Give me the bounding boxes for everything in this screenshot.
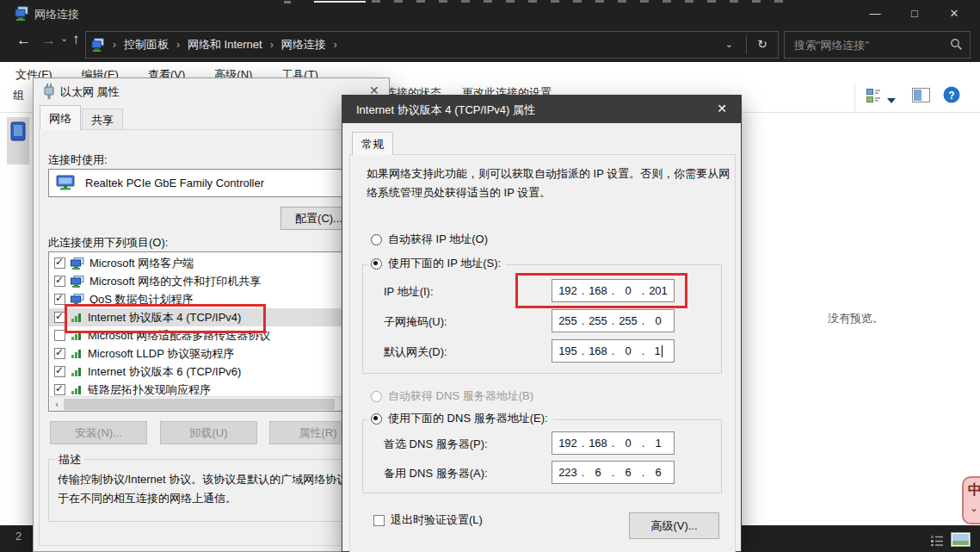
checkbox[interactable] — [54, 276, 65, 287]
alternate-dns-input[interactable]: 223. 6. 6. 6 — [552, 461, 675, 484]
search-icon[interactable] — [950, 38, 963, 54]
breadcrumb-network-connections[interactable]: 网络连接 — [281, 37, 326, 53]
nav-history-dropdown-icon[interactable]: ⌄ — [60, 33, 68, 44]
checkbox[interactable] — [54, 294, 65, 305]
ip-octet[interactable]: 255 — [555, 314, 581, 327]
ip-octet[interactable]: 168 — [585, 437, 611, 450]
close-icon[interactable]: ✕ — [717, 102, 727, 115]
list-item[interactable]: Microsoft LLDP 协议驱动程序 — [49, 344, 379, 363]
list-item[interactable]: QoS 数据包计划程序 — [49, 290, 379, 308]
ip-octet[interactable]: 0 — [615, 344, 641, 357]
tab-sharing[interactable]: 共享 — [82, 109, 123, 130]
tab-network[interactable]: 网络 — [40, 105, 81, 130]
default-gateway-input[interactable]: 195. 168. 0. 1 — [552, 339, 675, 363]
close-button[interactable]: ✕ — [934, 0, 974, 26]
address-dropdown-icon[interactable]: ⌄ — [725, 39, 733, 50]
list-item[interactable]: Microsoft 网络的文件和打印机共享 — [49, 272, 379, 290]
ip-octet[interactable]: 1 — [645, 437, 671, 450]
svg-text:?: ? — [948, 90, 954, 102]
ip-octet[interactable]: 6 — [615, 466, 641, 479]
checkbox[interactable] — [54, 384, 65, 395]
radio-auto-dns[interactable]: 自动获得 DNS 服务器地址(B) — [371, 388, 533, 404]
radio-icon[interactable] — [371, 413, 382, 425]
ip-octet[interactable]: 195 — [555, 344, 581, 357]
breadcrumb-network-internet[interactable]: 网络和 Internet — [188, 37, 262, 53]
address-breadcrumb-bar[interactable]: › 控制面板 › 网络和 Internet › 网络连接 › ⌄ ↻ — [85, 31, 779, 59]
ip-octet[interactable]: 192 — [555, 284, 581, 297]
radio-auto-ip[interactable]: 自动获得 IP 地址(O) — [371, 232, 488, 247]
advanced-button[interactable]: 高级(V)... — [629, 512, 719, 539]
forward-button[interactable]: → — [41, 32, 56, 49]
ip-octet[interactable]: 201 — [645, 284, 671, 297]
background-window-fragment — [372, 0, 793, 3]
search-input[interactable] — [792, 38, 942, 53]
ip-octet[interactable]: 6 — [645, 466, 671, 479]
ip-octet[interactable]: 1 — [645, 344, 671, 358]
radio-manual-dns[interactable]: 使用下面的 DNS 服务器地址(E): — [367, 409, 553, 428]
items-list-label: 此连接使用下列项目(O): — [48, 235, 168, 251]
list-item[interactable]: Microsoft 网络客户端 — [49, 254, 379, 272]
breadcrumb-separator: › — [176, 39, 180, 51]
ip-octet[interactable]: 0 — [615, 437, 641, 450]
ip-address-input[interactable]: 192. 168. 0. 201 — [552, 279, 675, 302]
ip-octet[interactable]: 0 — [645, 314, 671, 327]
help-icon[interactable]: ? — [943, 86, 960, 107]
validate-settings-checkbox[interactable]: 退出时验证设置(L) — [373, 512, 483, 528]
checkbox[interactable] — [54, 330, 65, 341]
views-dropdown-icon[interactable] — [887, 92, 896, 108]
breadcrumb-control-panel[interactable]: 控制面板 — [124, 37, 169, 53]
ip-octet[interactable]: 6 — [585, 466, 611, 479]
intro-line-2: 络系统管理员处获得适当的 IP 设置。 — [367, 185, 551, 201]
radio-icon[interactable] — [371, 258, 382, 270]
client-icon — [71, 257, 84, 270]
minimize-button[interactable]: — — [855, 0, 895, 26]
ip-octet[interactable]: 192 — [555, 437, 581, 450]
list-item[interactable]: Internet 协议版本 6 (TCP/IPv6) — [49, 363, 379, 381]
list-item-label: Microsoft 网络的文件和打印机共享 — [89, 274, 261, 289]
scroll-left-icon[interactable]: ‹ — [50, 399, 64, 409]
ip-octet[interactable]: 168 — [585, 284, 611, 297]
ip-octet[interactable]: 255 — [585, 314, 611, 327]
ip-octet[interactable]: 223 — [555, 466, 581, 479]
radio-icon[interactable] — [371, 391, 382, 402]
ime-chinese-indicator: 中 — [968, 481, 980, 499]
list-item[interactable]: Microsoft 网络适配器多路传送器协议 — [49, 326, 379, 344]
ip-octet[interactable]: 0 — [615, 284, 641, 297]
organize-button-fragment[interactable]: 组 — [13, 88, 24, 103]
description-line-2: 于在不同的相互连接的网络上通信。 — [58, 491, 378, 506]
checkbox[interactable] — [54, 312, 65, 323]
scrollbar-thumb[interactable] — [64, 399, 335, 410]
status-details-view-icon[interactable] — [931, 534, 944, 549]
preferred-dns-label: 首选 DNS 服务器(P): — [384, 437, 488, 452]
radio-icon[interactable] — [371, 234, 382, 245]
search-box[interactable] — [784, 31, 971, 59]
selected-connection-tile[interactable] — [7, 117, 29, 164]
maximize-button[interactable]: □ — [895, 0, 934, 26]
views-icon[interactable] — [866, 89, 881, 106]
horizontal-scrollbar[interactable]: ‹ — [50, 396, 378, 411]
dialog-titlebar: Internet 协议版本 4 (TCP/IPv4) 属性 ✕ — [342, 96, 741, 123]
back-button[interactable]: ← — [16, 32, 31, 49]
preferred-dns-input[interactable]: 192. 168. 0. 1 — [552, 431, 675, 455]
ip-octet[interactable]: 168 — [585, 344, 611, 357]
refresh-icon[interactable]: ↻ — [757, 37, 767, 51]
uninstall-button[interactable]: 卸载(U) — [160, 421, 257, 444]
ip-octet[interactable]: 255 — [615, 314, 641, 327]
tab-general[interactable]: 常规 — [352, 132, 393, 155]
tcpipv4-properties-dialog: Internet 协议版本 4 (TCP/IPv4) 属性 ✕ 常规 如果网络支… — [342, 95, 742, 552]
checkbox[interactable] — [373, 515, 385, 526]
radio-manual-ip[interactable]: 使用下面的 IP 地址(S): — [367, 254, 506, 273]
up-button[interactable]: ↑ — [72, 31, 80, 48]
install-button[interactable]: 安装(N)... — [50, 421, 147, 444]
status-thumbnail-view-icon[interactable] — [951, 532, 971, 550]
checkbox[interactable] — [54, 366, 65, 377]
dialog-title: 以太网 属性 — [60, 84, 120, 100]
list-item-label: Microsoft 网络客户端 — [89, 256, 194, 271]
list-item-tcpipv4[interactable]: Internet 协议版本 4 (TCP/IPv4) — [49, 308, 379, 326]
preview-pane-icon[interactable] — [912, 88, 930, 106]
checkbox[interactable] — [54, 257, 65, 269]
status-item-count: 2 — [15, 530, 22, 543]
subnet-mask-input[interactable]: 255. 255. 255. 0 — [552, 309, 675, 332]
ime-language-badge[interactable]: 中 ⌄ — [962, 476, 980, 524]
checkbox[interactable] — [54, 348, 65, 359]
